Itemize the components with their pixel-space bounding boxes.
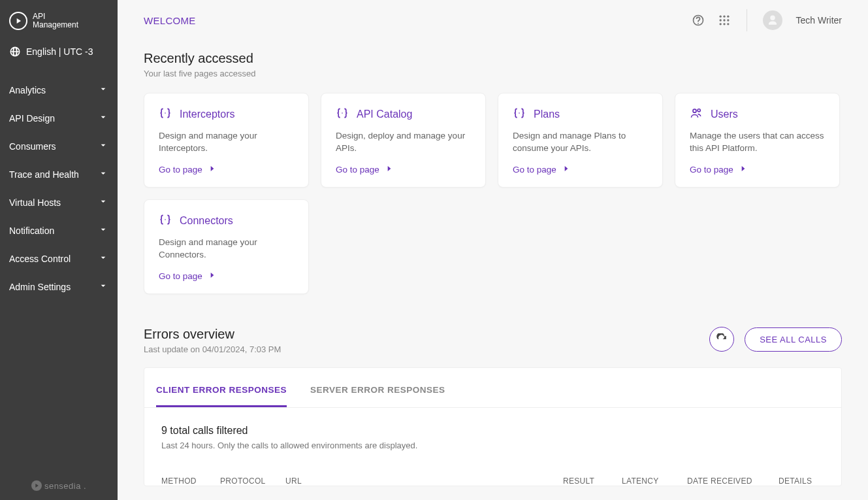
brand-footer: sensedia . <box>0 480 118 491</box>
logo-icon <box>9 12 27 30</box>
svg-point-14 <box>165 219 166 220</box>
username: Tech Writer <box>796 15 842 25</box>
chevron-right-icon <box>739 164 748 175</box>
chevron-down-icon <box>98 196 108 208</box>
go-to-page-link[interactable]: Go to page <box>159 164 217 175</box>
footer-dot: . <box>84 481 86 491</box>
errors-panel: CLIENT ERROR RESPONSESSERVER ERROR RESPO… <box>144 367 842 486</box>
nav-item-label: API Design <box>9 113 55 124</box>
col-method: METHOD <box>161 476 220 486</box>
nav-item-trace-and-health[interactable]: Trace and Health <box>0 160 118 188</box>
help-icon[interactable] <box>692 14 705 27</box>
language-label: English | UTC -3 <box>26 46 93 57</box>
nav-item-access-control[interactable]: Access Control <box>0 244 118 273</box>
refresh-button[interactable] <box>709 327 734 352</box>
topbar-right: Tech Writer <box>692 9 842 31</box>
card-title: Interceptors <box>180 108 234 120</box>
card-title: Connectors <box>180 215 233 227</box>
col-latency: LATENCY <box>622 476 687 486</box>
chevron-right-icon <box>208 271 217 282</box>
svg-point-8 <box>728 23 730 25</box>
col-date: DATE RECEIVED <box>687 476 779 486</box>
card-description: Design and manage Plans to consume your … <box>513 130 648 155</box>
nav-item-label: Notification <box>9 225 54 236</box>
apps-icon[interactable] <box>718 14 731 27</box>
nav-item-label: Admin Settings <box>9 282 71 292</box>
chevron-down-icon <box>98 84 108 96</box>
logo-text: API Management <box>33 12 78 29</box>
col-result: RESULT <box>563 476 622 486</box>
col-protocol: PROTOCOL <box>220 476 285 486</box>
recent-card-users: UsersManage the users that can access th… <box>675 93 840 188</box>
recent-card-connectors: ConnectorsDesign and manage your Connect… <box>144 199 309 294</box>
refresh-icon <box>716 333 728 345</box>
nav-item-api-design[interactable]: API Design <box>0 104 118 132</box>
card-title: Plans <box>534 108 560 120</box>
chevron-down-icon <box>98 224 108 237</box>
nav-item-label: Access Control <box>9 254 71 264</box>
recent-card-plans: PlansDesign and manage Plans to consume … <box>498 93 663 188</box>
go-to-page-link[interactable]: Go to page <box>336 164 394 175</box>
see-all-calls-button[interactable]: SEE ALL CALLS <box>745 327 842 352</box>
svg-point-13 <box>698 109 700 112</box>
filter-subtitle: Last 24 hours. Only the calls to allowed… <box>161 441 824 450</box>
logo: API Management <box>0 0 118 39</box>
nav-item-virtual-hosts[interactable]: Virtual Hosts <box>0 188 118 216</box>
card-description: Design and manage your Interceptors. <box>159 130 294 155</box>
globe-icon <box>9 46 21 58</box>
col-url: URL <box>285 476 563 486</box>
svg-point-3 <box>720 19 722 21</box>
nav: AnalyticsAPI DesignConsumersTrace and He… <box>0 69 118 301</box>
chevron-down-icon <box>98 140 108 152</box>
users-icon <box>690 107 703 122</box>
recent-card-interceptors: InterceptorsDesign and manage your Inter… <box>144 93 309 188</box>
go-to-page-link[interactable]: Go to page <box>513 164 571 175</box>
card-title: API Catalog <box>357 108 412 120</box>
svg-point-11 <box>519 112 520 114</box>
divider <box>747 9 747 31</box>
errors-header: Errors overview Last update on 04/01/202… <box>144 327 842 354</box>
chevron-down-icon <box>98 252 108 265</box>
avatar[interactable] <box>763 10 782 30</box>
braces-icon <box>159 213 172 229</box>
language-selector[interactable]: English | UTC -3 <box>0 39 118 69</box>
braces-icon <box>159 107 172 122</box>
nav-item-consumers[interactable]: Consumers <box>0 132 118 160</box>
svg-point-5 <box>728 19 730 21</box>
errors-subtitle: Last update on 04/01/2024, 7:03 PM <box>144 344 281 354</box>
card-description: Design, deploy and manage your APIs. <box>336 130 471 155</box>
nav-item-label: Analytics <box>9 85 46 95</box>
go-to-page-link[interactable]: Go to page <box>159 271 217 282</box>
svg-point-4 <box>724 19 726 21</box>
card-title: Users <box>711 108 738 120</box>
card-link-label: Go to page <box>513 165 556 175</box>
nav-item-analytics[interactable]: Analytics <box>0 76 118 104</box>
recent-subtitle: Your last five pages accessed <box>144 69 842 78</box>
footer-text: sensedia <box>44 481 81 491</box>
content: Recently accessed Your last five pages a… <box>118 31 868 500</box>
svg-point-6 <box>720 23 722 25</box>
svg-point-7 <box>724 23 726 25</box>
card-link-label: Go to page <box>159 165 202 175</box>
card-link-label: Go to page <box>690 165 733 175</box>
table-header-row: METHOD PROTOCOL URL RESULT LATENCY DATE … <box>161 476 824 486</box>
nav-item-admin-settings[interactable]: Admin Settings <box>0 273 118 301</box>
topbar: WELCOME Tech Writer <box>118 0 868 31</box>
card-link-label: Go to page <box>159 271 202 281</box>
go-to-page-link[interactable]: Go to page <box>690 164 748 175</box>
card-description: Manage the users that can access this AP… <box>690 130 825 155</box>
card-description: Design and manage your Connectors. <box>159 237 294 261</box>
recent-title: Recently accessed <box>144 51 842 66</box>
page-title: WELCOME <box>144 15 196 26</box>
recent-cards: InterceptorsDesign and manage your Inter… <box>144 93 842 294</box>
filter-title: 9 total calls filtered <box>161 425 824 437</box>
card-link-label: Go to page <box>336 165 379 175</box>
tab-server-error-responses[interactable]: SERVER ERROR RESPONSES <box>310 385 445 407</box>
panel-body: 9 total calls filtered Last 24 hours. On… <box>144 408 841 486</box>
nav-item-label: Virtual Hosts <box>9 197 61 208</box>
main: WELCOME Tech Writer Recently accessed Yo… <box>118 0 868 500</box>
tab-client-error-responses[interactable]: CLIENT ERROR RESPONSES <box>156 385 287 407</box>
nav-item-notification[interactable]: Notification <box>0 216 118 244</box>
svg-point-2 <box>728 16 730 18</box>
error-tabs: CLIENT ERROR RESPONSESSERVER ERROR RESPO… <box>144 368 841 408</box>
